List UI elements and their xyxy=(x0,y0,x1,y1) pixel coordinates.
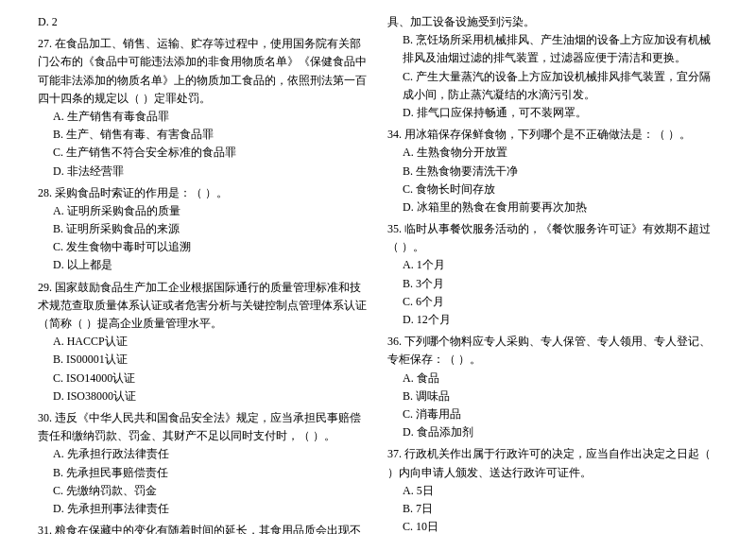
question-item: 36. 下列哪个物料应专人采购、专人保管、专人领用、专人登记、专柜保存：（ ）。… xyxy=(387,333,718,441)
option-text: B. 烹饪场所采用机械排风、产生油烟的设备上方应加设有机械排风及油烟过滤的排气装… xyxy=(387,31,718,67)
option-text: A. 1个月 xyxy=(387,256,718,274)
option-text: B. 3个月 xyxy=(387,275,718,293)
option-text: A. 先承担行政法律责任 xyxy=(38,445,369,463)
option-text: B. 生产、销售有毒、有害食品罪 xyxy=(38,126,369,144)
question-item: 29. 国家鼓励食品生产加工企业根据国际通行的质量管理标准和技术规范查取质量体系… xyxy=(38,279,369,405)
option-text: C. 生产销售不符合安全标准的食品罪 xyxy=(38,144,369,162)
option-text: C. 发生食物中毒时可以追溯 xyxy=(38,238,369,256)
option-text: B. 生熟食物要清洗干净 xyxy=(387,163,718,181)
option-text: D. 排气口应保持畅通，可不装网罩。 xyxy=(387,104,718,122)
option-text: A. 生产销售有毒食品罪 xyxy=(38,108,369,126)
question-text: 37. 行政机关作出属于行政许可的决定，应当自作出决定之日起（ ）内向申请人颁发… xyxy=(387,445,718,481)
option-text: D. 冰箱里的熟食在食用前要再次加热 xyxy=(387,198,718,216)
option-text: A. 生熟食物分开放置 xyxy=(387,144,718,162)
question-item: 30. 违反《中华人民共和国食品安全法》规定，应当承担民事赔偿责任和缴纳罚款、罚… xyxy=(38,409,369,518)
option-text: B. IS00001认证 xyxy=(38,351,369,369)
option-text: D. 12个月 xyxy=(387,311,718,329)
right-column: 具、加工设备设施受到污染。B. 烹饪场所采用机械排风、产生油烟的设备上方应加设有… xyxy=(387,13,718,534)
question-item: 28. 采购食品时索证的作用是：（ ）。A. 证明所采购食品的质量B. 证明所采… xyxy=(38,184,369,275)
option-text: B. 7日 xyxy=(387,500,718,518)
content-columns: D. 227. 在食品加工、销售、运输、贮存等过程中，使用国务院有关部门公布的《… xyxy=(38,13,718,534)
question-item: 37. 行政机关作出属于行政许可的决定，应当自作出决定之日起（ ）内向申请人颁发… xyxy=(387,445,718,534)
option-text: A. 食品 xyxy=(387,370,718,388)
question-text: 36. 下列哪个物料应专人采购、专人保管、专人领用、专人登记、专柜保存：（ ）。 xyxy=(387,333,718,369)
option-text: C. 消毒用品 xyxy=(387,405,718,423)
option-text: C. 10日 xyxy=(387,518,718,534)
option-text: A. HACCP认证 xyxy=(38,333,369,351)
question-text: 具、加工设备设施受到污染。 xyxy=(387,13,718,31)
question-item: 35. 临时从事餐饮服务活动的，《餐饮服务许可证》有效期不超过（ ）。A. 1个… xyxy=(387,220,718,329)
question-item: D. 2 xyxy=(38,13,369,31)
option-text: D. 以上都是 xyxy=(38,256,369,274)
question-item: 具、加工设备设施受到污染。B. 烹饪场所采用机械排风、产生油烟的设备上方应加设有… xyxy=(387,13,718,122)
option-text: C. ISO14000认证 xyxy=(38,370,369,388)
option-text: A. 5日 xyxy=(387,482,718,500)
question-text: 29. 国家鼓励食品生产加工企业根据国际通行的质量管理标准和技术规范查取质量体系… xyxy=(38,279,369,334)
option-text: C. 产生大量蒸汽的设备上方应加设机械排风排气装置，宜分隔成小间，防止蒸汽凝结的… xyxy=(387,68,718,104)
question-text: 31. 粮食在保藏中的变化有随着时间的延长，其食用品质会出现不同程度某低的现象，… xyxy=(38,522,369,534)
question-item: 34. 用冰箱保存保鲜食物，下列哪个是不正确做法是：（ ）。A. 生熟食物分开放… xyxy=(387,126,718,216)
option-text: C. 食物长时间存放 xyxy=(387,181,718,198)
option-text: D. 食品添加剂 xyxy=(387,423,718,441)
option-text: D. 非法经营罪 xyxy=(38,163,369,181)
question-text: D. 2 xyxy=(38,13,369,31)
option-text: A. 证明所采购食品的质量 xyxy=(38,202,369,220)
left-column: D. 227. 在食品加工、销售、运输、贮存等过程中，使用国务院有关部门公布的《… xyxy=(38,13,369,534)
option-text: C. 先缴纳罚款、罚金 xyxy=(38,482,369,500)
page: D. 227. 在食品加工、销售、运输、贮存等过程中，使用国务院有关部门公布的《… xyxy=(0,0,756,534)
question-text: 35. 临时从事餐饮服务活动的，《餐饮服务许可证》有效期不超过（ ）。 xyxy=(387,220,718,256)
question-item: 31. 粮食在保藏中的变化有随着时间的延长，其食用品质会出现不同程度某低的现象，… xyxy=(38,522,369,534)
option-text: D. ISO38000认证 xyxy=(38,388,369,405)
option-text: C. 6个月 xyxy=(387,293,718,311)
option-text: B. 证明所采购食品的来源 xyxy=(38,220,369,238)
question-item: 27. 在食品加工、销售、运输、贮存等过程中，使用国务院有关部门公布的《食品中可… xyxy=(38,35,369,181)
option-text: B. 先承担民事赔偿责任 xyxy=(38,464,369,482)
option-text: D. 先承担刑事法律责任 xyxy=(38,500,369,518)
option-text: B. 调味品 xyxy=(387,388,718,405)
question-text: 30. 违反《中华人民共和国食品安全法》规定，应当承担民事赔偿责任和缴纳罚款、罚… xyxy=(38,409,369,445)
question-text: 27. 在食品加工、销售、运输、贮存等过程中，使用国务院有关部门公布的《食品中可… xyxy=(38,35,369,108)
question-text: 28. 采购食品时索证的作用是：（ ）。 xyxy=(38,184,369,202)
question-text: 34. 用冰箱保存保鲜食物，下列哪个是不正确做法是：（ ）。 xyxy=(387,126,718,144)
